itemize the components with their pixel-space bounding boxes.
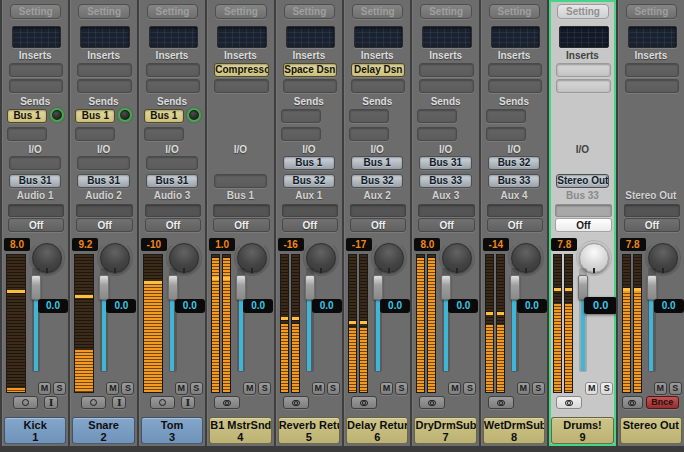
output-slot[interactable] — [214, 174, 266, 188]
record-enable-button[interactable] — [150, 396, 175, 409]
fader-handle[interactable] — [305, 275, 315, 300]
send-slot-1[interactable] — [417, 109, 457, 123]
solo-button[interactable]: S — [190, 382, 203, 395]
automation-mode-button[interactable]: Off — [555, 218, 611, 232]
fader-value[interactable]: 0.0 — [517, 299, 547, 313]
fader-value[interactable]: 0.0 — [243, 299, 273, 313]
solo-button[interactable]: S — [327, 382, 340, 395]
insert-slot-1[interactable] — [9, 63, 63, 77]
eq-display[interactable] — [286, 26, 335, 48]
group-slot[interactable] — [76, 204, 132, 217]
automation-mode-button[interactable]: Off — [487, 218, 543, 232]
peak-level-display[interactable]: 7.8 — [551, 238, 577, 251]
track-name-plate[interactable]: Drums! 9 — [551, 417, 613, 444]
solo-button[interactable]: S — [121, 382, 134, 395]
bounce-button[interactable]: Bnce — [646, 396, 679, 409]
setting-button[interactable]: Setting — [284, 4, 335, 19]
fader-handle[interactable] — [236, 275, 246, 300]
channel-format-button[interactable] — [214, 396, 240, 409]
group-slot[interactable] — [213, 204, 269, 217]
send-slot-2[interactable] — [281, 127, 321, 141]
fader-value[interactable]: 0.0 — [38, 299, 68, 313]
insert-slot-2[interactable] — [283, 79, 337, 93]
output-slot[interactable]: Stereo Out — [556, 174, 608, 188]
send-slot-1[interactable] — [281, 109, 321, 123]
insert-slot-2[interactable] — [625, 79, 679, 93]
group-slot[interactable] — [282, 204, 338, 217]
fader-value[interactable]: 0.0 — [175, 299, 205, 313]
input-slot[interactable]: Bus 1 — [351, 156, 403, 170]
setting-button[interactable]: Setting — [215, 4, 266, 19]
insert-slot-2[interactable] — [556, 79, 610, 93]
fader-handle[interactable] — [373, 275, 383, 300]
insert-slot-2[interactable] — [77, 79, 131, 93]
insert-slot-1[interactable] — [488, 63, 542, 77]
setting-button[interactable]: Setting — [78, 4, 129, 19]
insert-slot-1[interactable]: Compresso — [214, 63, 268, 77]
solo-button[interactable]: S — [395, 382, 408, 395]
fader-value[interactable]: 0.0 — [584, 297, 617, 314]
solo-button[interactable]: S — [532, 382, 545, 395]
track-name-plate[interactable]: Delay Retur 6 — [346, 417, 408, 444]
eq-display[interactable] — [217, 26, 266, 48]
send-slot-2[interactable] — [7, 127, 47, 141]
insert-slot-1[interactable]: Space Dsn — [283, 63, 337, 77]
solo-button[interactable]: S — [669, 382, 682, 395]
solo-button[interactable]: S — [600, 382, 613, 395]
peak-level-display[interactable]: -14 — [483, 238, 509, 251]
send-slot-2[interactable] — [144, 127, 184, 141]
insert-slot-2[interactable] — [419, 79, 473, 93]
output-slot[interactable]: Bus 32 — [283, 174, 335, 188]
channel-format-button[interactable] — [351, 396, 377, 409]
input-slot[interactable]: Bus 32 — [488, 156, 540, 170]
input-monitor-button[interactable]: I — [181, 396, 195, 409]
automation-mode-button[interactable]: Off — [145, 218, 201, 232]
track-name-plate[interactable]: Snare 2 — [72, 417, 134, 444]
solo-button[interactable]: S — [53, 382, 66, 395]
insert-slot-2[interactable] — [488, 79, 542, 93]
insert-slot-1[interactable] — [77, 63, 131, 77]
automation-mode-button[interactable]: Off — [76, 218, 132, 232]
send-slot-2[interactable] — [349, 127, 389, 141]
insert-slot-2[interactable] — [9, 79, 63, 93]
eq-display[interactable] — [354, 26, 403, 48]
track-name-plate[interactable]: Kick 1 — [4, 417, 66, 444]
insert-slot-1[interactable] — [419, 63, 473, 77]
peak-level-display[interactable]: 7.8 — [620, 238, 646, 251]
automation-mode-button[interactable]: Off — [213, 218, 269, 232]
input-monitor-button[interactable]: I — [44, 396, 58, 409]
channel-format-button[interactable] — [419, 396, 445, 409]
mute-button[interactable]: M — [38, 382, 51, 395]
setting-button[interactable]: Setting — [489, 4, 540, 19]
fader-value[interactable]: 0.0 — [106, 299, 136, 313]
send-slot-1[interactable]: Bus 1 — [7, 109, 47, 123]
automation-mode-button[interactable]: Off — [282, 218, 338, 232]
mute-button[interactable]: M — [517, 382, 530, 395]
group-slot[interactable] — [418, 204, 474, 217]
send-slot-1[interactable]: Bus 1 — [75, 109, 115, 123]
group-slot[interactable] — [555, 204, 611, 217]
fader-value[interactable]: 0.0 — [448, 299, 478, 313]
mute-button[interactable]: M — [243, 382, 256, 395]
insert-slot-2[interactable] — [351, 79, 405, 93]
channel-format-button[interactable] — [488, 396, 514, 409]
fader-handle[interactable] — [510, 275, 520, 300]
group-slot[interactable] — [350, 204, 406, 217]
insert-slot-1[interactable]: Delay Dsn — [351, 63, 405, 77]
fader-value[interactable]: 0.0 — [654, 299, 684, 313]
channel-format-button[interactable] — [556, 396, 582, 409]
fader-handle[interactable] — [441, 275, 451, 300]
eq-display[interactable] — [149, 26, 198, 48]
track-name-plate[interactable]: Stereo Out — [620, 417, 682, 444]
input-slot[interactable]: Bus 1 — [283, 156, 335, 170]
mute-button[interactable]: M — [106, 382, 119, 395]
output-slot[interactable]: Bus 31 — [146, 174, 198, 188]
automation-mode-button[interactable]: Off — [624, 218, 680, 232]
record-enable-button[interactable] — [81, 396, 106, 409]
send-slot-2[interactable] — [75, 127, 115, 141]
fader-value[interactable]: 0.0 — [312, 299, 342, 313]
peak-level-display[interactable]: -10 — [141, 238, 167, 251]
eq-display[interactable] — [628, 26, 677, 48]
channel-format-button[interactable] — [283, 396, 309, 409]
send-slot-1[interactable] — [349, 109, 389, 123]
